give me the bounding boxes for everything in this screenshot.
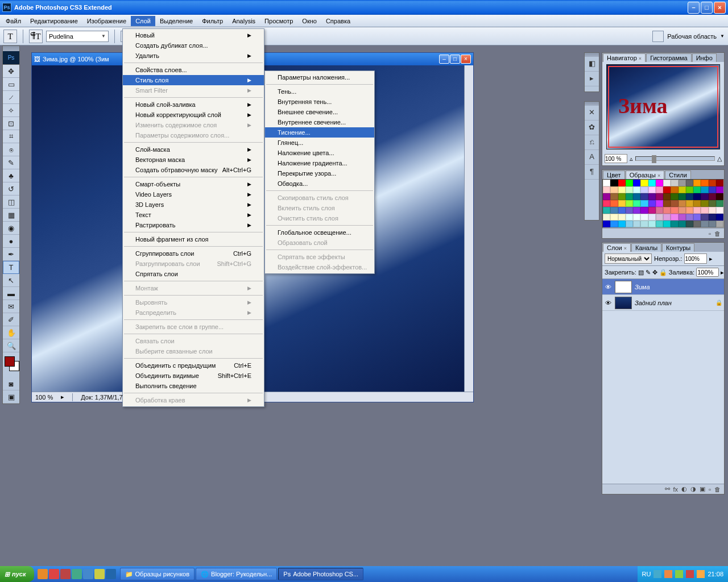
history-brush-tool[interactable]: ↺ <box>3 182 19 196</box>
menu-item[interactable]: 3D Layers▶ <box>123 199 264 210</box>
menu-item[interactable]: Новый фрагмент из слоя <box>123 234 264 244</box>
swatch[interactable] <box>716 221 723 227</box>
swatch[interactable] <box>640 186 648 193</box>
swatch[interactable] <box>610 207 618 214</box>
swatch[interactable] <box>633 186 640 193</box>
menu-item[interactable]: Создать обтравочную маскуAlt+Ctrl+G <box>123 165 264 175</box>
taskbar-button[interactable]: 🌐Blogger: Рукодельн... <box>196 568 277 580</box>
menu-item[interactable]: Сгруппировать слоиCtrl+G <box>123 248 264 259</box>
swatch[interactable] <box>663 207 671 214</box>
hand-tool[interactable]: ✋ <box>3 326 19 339</box>
swatch[interactable] <box>618 193 626 200</box>
swatch[interactable] <box>648 207 656 214</box>
menu-item[interactable]: Удалить▶ <box>123 51 264 61</box>
swatch[interactable] <box>633 207 640 214</box>
zoom-out-icon[interactable]: ▵ <box>630 155 633 163</box>
slice-tool[interactable]: ⌗ <box>3 130 19 143</box>
swatch[interactable] <box>610 221 618 227</box>
swatch[interactable] <box>686 180 693 186</box>
swatch[interactable] <box>663 186 671 193</box>
navigator-thumbnail[interactable]: Зима <box>606 64 720 149</box>
blur-tool[interactable]: ◉ <box>3 222 19 235</box>
ql-icon[interactable] <box>60 569 71 579</box>
swatch[interactable] <box>633 221 640 227</box>
layer-row[interactable]: 👁Задний план🔒 <box>602 295 724 311</box>
layer-thumbnail[interactable]: T <box>615 281 632 293</box>
swatch[interactable] <box>626 180 633 186</box>
ql-icon[interactable] <box>94 569 105 579</box>
swatch[interactable] <box>679 207 686 214</box>
opacity-input[interactable] <box>684 253 707 264</box>
swatch[interactable] <box>633 180 640 186</box>
swatch[interactable] <box>686 193 693 200</box>
swatch[interactable] <box>716 186 723 193</box>
flyout-arrow-icon[interactable]: ▸ <box>721 269 724 276</box>
menu-item[interactable]: Векторная маска▶ <box>123 155 264 165</box>
healing-tool[interactable]: ⍟ <box>3 143 19 156</box>
layer-thumbnail[interactable] <box>615 297 632 309</box>
swatch[interactable] <box>663 180 671 186</box>
foreground-color[interactable] <box>5 356 15 367</box>
menu-item[interactable]: Наложение градиента... <box>265 158 374 168</box>
screenmode-toggle[interactable]: ▣ <box>3 390 19 404</box>
vertical-scrollbar[interactable] <box>464 65 473 392</box>
dock-icon[interactable]: ◧ <box>585 57 599 72</box>
swatch[interactable] <box>656 200 663 207</box>
ql-icon[interactable] <box>49 569 59 579</box>
blend-mode-select[interactable]: Нормальный <box>605 253 652 264</box>
panel-tab[interactable]: Стили <box>665 171 691 179</box>
menu-item[interactable]: Параметры наложения... <box>265 72 374 82</box>
path-select-tool[interactable]: ↖ <box>3 274 19 287</box>
clock[interactable]: 21:08 <box>708 571 723 577</box>
swatch[interactable] <box>686 221 693 227</box>
swatch[interactable] <box>656 193 663 200</box>
menu-item[interactable]: Внутренняя тень... <box>265 97 374 107</box>
swatch[interactable] <box>640 180 648 186</box>
layer-row[interactable]: 👁TЗима <box>602 279 724 295</box>
swatch[interactable] <box>640 193 648 200</box>
pen-tool[interactable]: ✒ <box>3 248 19 261</box>
type-tool[interactable]: T <box>3 261 19 274</box>
swatch[interactable] <box>648 214 656 221</box>
dock-icon[interactable]: ▸ <box>585 72 599 86</box>
swatch[interactable] <box>633 193 640 200</box>
swatch[interactable] <box>679 221 686 227</box>
navigator-zoom-input[interactable] <box>605 154 627 163</box>
menu-item[interactable]: Наложение цвета... <box>265 148 374 158</box>
dodge-tool[interactable]: ● <box>3 235 19 248</box>
swatch[interactable] <box>716 180 723 186</box>
swatch[interactable] <box>671 221 678 227</box>
swatch[interactable] <box>716 200 723 207</box>
swatch[interactable] <box>671 193 678 200</box>
swatch[interactable] <box>633 214 640 221</box>
swatch[interactable] <box>701 180 708 186</box>
layer-name[interactable]: Зима <box>635 284 650 290</box>
menu-item[interactable]: Объединить видимыеShift+Ctrl+E <box>123 371 264 381</box>
panel-tab[interactable]: Навигатор× <box>603 53 646 62</box>
menu-выделение[interactable]: Выделение <box>155 16 197 26</box>
swatch[interactable] <box>693 180 701 186</box>
swatch[interactable] <box>633 200 640 207</box>
shape-tool[interactable]: ▬ <box>3 287 19 300</box>
swatch[interactable] <box>701 221 708 227</box>
brush-tool[interactable]: ✎ <box>3 156 19 169</box>
swatch[interactable] <box>640 214 648 221</box>
swatch[interactable] <box>603 221 610 227</box>
menu-слой[interactable]: Слой <box>131 16 155 26</box>
layer-name[interactable]: Задний план <box>635 300 672 306</box>
menu-item[interactable]: Внешнее свечение... <box>265 107 374 117</box>
swatch[interactable] <box>640 207 648 214</box>
swatch[interactable] <box>603 180 610 186</box>
swatch[interactable] <box>693 200 701 207</box>
menu-item[interactable]: Текст▶ <box>123 210 264 220</box>
marquee-tool[interactable]: ▭ <box>3 78 19 91</box>
tray-icon[interactable] <box>686 570 694 578</box>
quickmask-toggle[interactable]: ◙ <box>3 377 19 390</box>
new-swatch-button[interactable]: ▫ <box>709 230 711 237</box>
menu-item[interactable]: Внутреннее свечение... <box>265 117 374 127</box>
doc-maximize-button[interactable]: □ <box>450 55 460 64</box>
swatch[interactable] <box>701 207 708 214</box>
gradient-tool[interactable]: ▦ <box>3 209 19 222</box>
menu-item[interactable]: Новый▶ <box>123 30 264 40</box>
swatch[interactable] <box>671 214 678 221</box>
